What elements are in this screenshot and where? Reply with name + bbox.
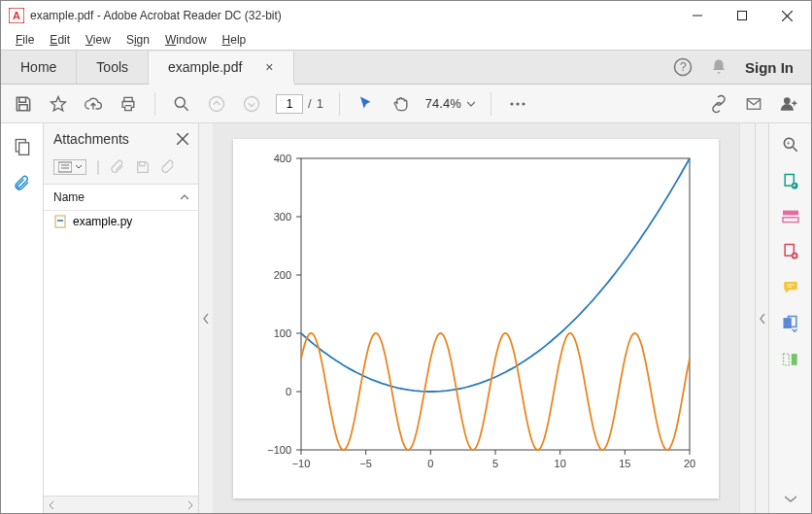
attachments-scroll-footer[interactable] xyxy=(44,496,198,513)
hand-icon[interactable] xyxy=(390,93,412,115)
svg-text:−5: −5 xyxy=(359,458,372,469)
left-rail xyxy=(1,123,44,513)
tab-document[interactable]: example.pdf × xyxy=(149,51,293,85)
toolbar: / 1 74.4% xyxy=(1,85,811,123)
menu-help[interactable]: Help xyxy=(216,32,254,48)
svg-text:15: 15 xyxy=(619,458,630,469)
tabbar: Home Tools example.pdf × ? Sign In xyxy=(1,50,811,85)
titlebar: A example.pdf - Adobe Acrobat Reader DC … xyxy=(1,1,811,30)
svg-rect-58 xyxy=(783,211,798,216)
save-icon[interactable] xyxy=(13,93,34,115)
attach-save-icon[interactable] xyxy=(135,159,151,175)
menu-window[interactable]: Window xyxy=(158,32,214,48)
svg-point-8 xyxy=(175,97,185,107)
svg-point-16 xyxy=(784,97,791,104)
svg-rect-25 xyxy=(57,220,63,222)
page-indicator: / 1 xyxy=(276,94,323,114)
svg-text:100: 100 xyxy=(274,327,291,339)
svg-point-11 xyxy=(245,96,259,111)
page-total: 1 xyxy=(317,96,323,111)
attachments-toolbar: | xyxy=(44,154,198,185)
tool-createpdf-icon[interactable] xyxy=(781,242,800,261)
svg-text:−10: −10 xyxy=(292,458,311,469)
document-area[interactable]: −10−505101520−1000100200300400 xyxy=(213,123,739,513)
attachment-item[interactable]: example.py xyxy=(44,211,198,232)
tab-document-label: example.pdf xyxy=(168,59,242,75)
zoom-value: 74.4% xyxy=(425,96,461,111)
tool-comment-icon[interactable] xyxy=(781,279,800,296)
svg-text:10: 10 xyxy=(555,458,566,469)
svg-text:A: A xyxy=(13,10,20,21)
chart: −10−505101520−1000100200300400 xyxy=(233,139,719,498)
svg-point-14 xyxy=(522,102,524,105)
tool-export-icon[interactable] xyxy=(781,172,800,191)
svg-point-10 xyxy=(210,96,224,111)
menu-edit[interactable]: Edit xyxy=(43,32,77,48)
thumbnails-icon[interactable] xyxy=(13,137,32,156)
bell-icon[interactable] xyxy=(710,58,727,76)
svg-rect-59 xyxy=(783,218,798,223)
pdf-page: −10−505101520−1000100200300400 xyxy=(233,139,719,498)
print-icon[interactable] xyxy=(118,93,139,115)
menu-view[interactable]: View xyxy=(79,32,118,48)
app-icon: A xyxy=(9,8,24,23)
svg-text:−100: −100 xyxy=(267,444,291,456)
attachment-name: example.py xyxy=(73,215,132,228)
svg-rect-26 xyxy=(301,158,690,450)
svg-rect-18 xyxy=(18,143,28,155)
tab-tools[interactable]: Tools xyxy=(77,51,149,84)
attachments-header-row[interactable]: Name xyxy=(44,185,198,211)
file-icon xyxy=(53,215,67,228)
svg-point-12 xyxy=(510,102,513,105)
link-icon[interactable] xyxy=(708,93,729,115)
svg-text:5: 5 xyxy=(492,458,498,469)
maximize-button[interactable] xyxy=(720,1,764,30)
tool-organize-icon[interactable] xyxy=(781,351,800,368)
search-icon[interactable] xyxy=(171,93,192,115)
help-icon[interactable]: ? xyxy=(673,57,693,77)
svg-rect-67 xyxy=(791,354,796,365)
attachments-list: example.py xyxy=(44,211,198,496)
collapse-right-button[interactable] xyxy=(755,123,768,513)
mail-icon[interactable] xyxy=(743,93,764,115)
sort-up-icon xyxy=(181,193,188,201)
page-up-icon[interactable] xyxy=(206,93,227,115)
attach-open-icon[interactable] xyxy=(110,159,125,175)
page-current-input[interactable] xyxy=(276,94,303,114)
menu-sign[interactable]: Sign xyxy=(119,32,156,48)
tool-edit-icon[interactable] xyxy=(781,209,800,224)
panel-close-button[interactable] xyxy=(177,133,188,145)
more-icon[interactable] xyxy=(507,93,528,115)
attachments-name-col: Name xyxy=(53,190,85,204)
close-button[interactable] xyxy=(764,1,809,30)
svg-text:+: + xyxy=(786,140,790,147)
svg-text:0: 0 xyxy=(427,458,433,469)
minimize-button[interactable] xyxy=(675,1,720,30)
signin-button[interactable]: Sign In xyxy=(745,59,794,76)
svg-rect-21 xyxy=(58,162,72,172)
attachments-icon[interactable] xyxy=(14,174,31,193)
collapse-left-button[interactable] xyxy=(199,123,213,513)
menubar: File Edit View Sign Window Help xyxy=(1,30,811,50)
svg-text:20: 20 xyxy=(684,458,695,469)
tool-combine-icon[interactable] xyxy=(781,314,800,333)
zoom-dropdown[interactable]: 74.4% xyxy=(425,96,475,111)
view-mode-dropdown[interactable] xyxy=(53,159,86,175)
attachments-panel: Attachments | Name example.py xyxy=(44,123,199,513)
tool-search-icon[interactable]: + xyxy=(781,135,800,154)
svg-point-13 xyxy=(516,102,519,105)
window-controls xyxy=(675,1,809,30)
svg-rect-3 xyxy=(738,12,747,20)
attach-add-icon[interactable] xyxy=(160,159,176,175)
tab-close-button[interactable]: × xyxy=(265,59,273,75)
star-icon[interactable] xyxy=(48,93,69,115)
tab-home[interactable]: Home xyxy=(1,51,77,84)
page-down-icon[interactable] xyxy=(241,93,262,115)
add-person-icon[interactable] xyxy=(778,93,799,115)
cloud-upload-icon[interactable] xyxy=(83,93,104,115)
menu-file[interactable]: File xyxy=(9,32,41,48)
vertical-scrollbar[interactable] xyxy=(739,123,755,513)
tool-more-icon[interactable] xyxy=(785,494,796,503)
page-sep: / xyxy=(308,96,312,111)
pointer-icon[interactable] xyxy=(355,93,377,115)
